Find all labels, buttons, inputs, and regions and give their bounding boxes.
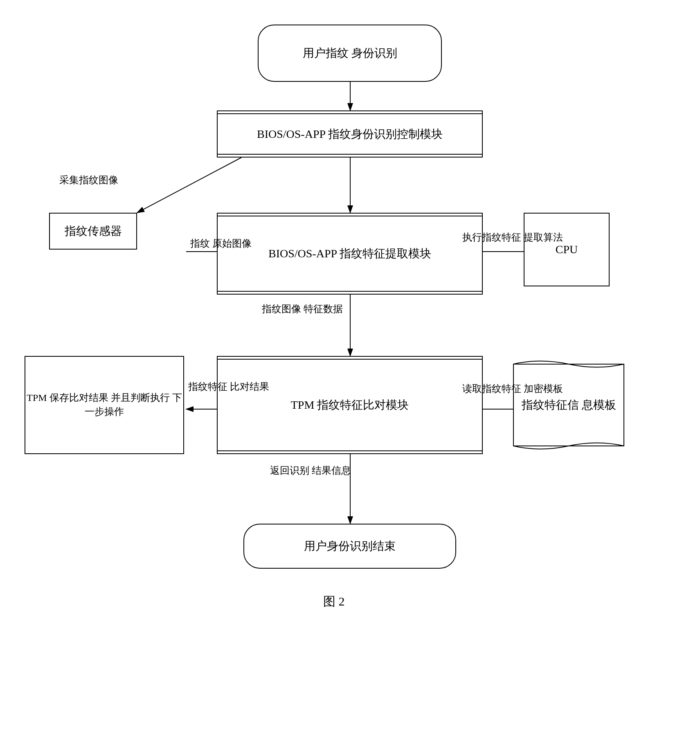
node-fingerprint-sensor: 指纹传感器	[49, 213, 137, 250]
node-bios-extract-label: BIOS/OS-APP 指纹特征提取模块	[268, 245, 431, 261]
label-return-result: 返回识别 结果信息	[270, 464, 351, 477]
label-fingerprint-raw: 指纹 原始图像	[190, 237, 252, 250]
node-bios-control-label: BIOS/OS-APP 指纹身份识别控制模块	[257, 126, 443, 142]
node-bios-extract: BIOS/OS-APP 指纹特征提取模块	[217, 213, 483, 295]
label-read-template: 读取指纹特征 加密模板	[462, 383, 563, 395]
node-cpu-label: CPU	[556, 241, 578, 257]
node-fingerprint-template: 指纹特征信 息模板	[511, 356, 626, 454]
node-end-label: 用户身份识别结束	[304, 538, 396, 554]
node-start: 用户指纹 身份识别	[258, 25, 442, 82]
label-match-result: 指纹特征 比对结果	[188, 380, 269, 393]
label-execute-algo: 执行指纹特征 提取算法	[462, 231, 563, 244]
node-bios-control: BIOS/OS-APP 指纹身份识别控制模块	[217, 110, 483, 158]
node-tpm-match: TPM 指纹特征比对模块	[217, 356, 483, 454]
node-fingerprint-template-label: 指纹特征信 息模板	[522, 397, 616, 413]
label-collect-image: 采集指纹图像	[59, 174, 118, 187]
node-fingerprint-sensor-label: 指纹传感器	[65, 223, 122, 239]
node-tpm-match-label: TPM 指纹特征比对模块	[291, 397, 409, 413]
label-feature-data: 指纹图像 特征数据	[262, 303, 343, 315]
node-start-label: 用户指纹 身份识别	[303, 45, 397, 61]
node-cpu: CPU	[524, 213, 610, 286]
svg-line-3	[137, 158, 241, 213]
diagram-container: 用户指纹 身份识别 BIOS/OS-APP 指纹身份识别控制模块 指纹传感器 B…	[0, 0, 700, 736]
node-tpm-save: TPM 保存比对结果 并且判断执行 下一步操作	[25, 356, 184, 454]
node-end: 用户身份识别结束	[243, 524, 456, 569]
figure-label: 图 2	[323, 593, 345, 610]
node-tpm-save-label: TPM 保存比对结果 并且判断执行 下一步操作	[25, 391, 183, 419]
